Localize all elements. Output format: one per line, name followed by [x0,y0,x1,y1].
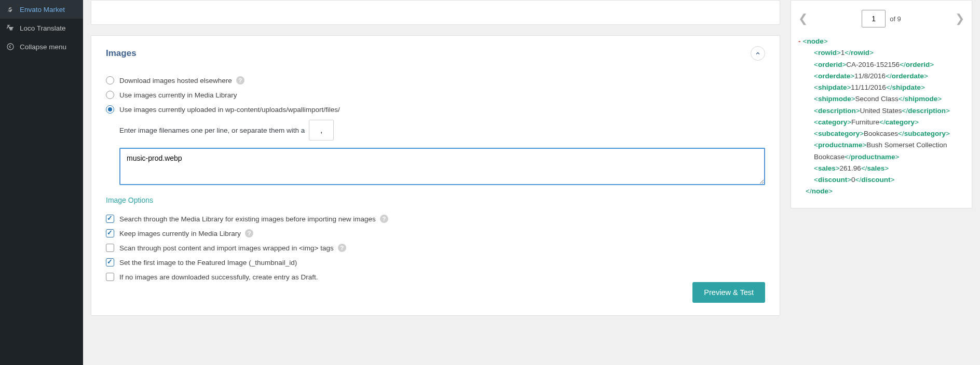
xml-field-row[interactable]: <shipdate>11/11/2016</shipdate> [798,82,967,93]
xml-preview-pane: ❮ of 9 ❯ -<node> <rowid>1</rowid><orderi… [791,0,972,208]
check-label: If no images are downloaded successfully… [119,273,318,281]
xml-field-row[interactable]: <shipmode>Second Class</shipmode> [798,93,967,105]
leaf-icon [5,4,16,15]
help-icon[interactable]: ? [380,215,388,223]
radio-label: Use images currently in Media Library [119,91,237,99]
collapse-icon [5,41,16,52]
radio-media-library[interactable] [106,91,114,99]
xml-field-row[interactable]: <rowid>1</rowid> [798,47,967,59]
xml-field-row[interactable]: <sales>261.96</sales> [798,163,967,174]
images-pane: Images Download images hosted elsewhere … [91,35,780,316]
check-draft-fallback[interactable] [106,273,114,281]
sidebar-item-loco[interactable]: Loco Translate [0,19,83,37]
xml-field-row[interactable]: <discount>0</discount> [798,174,967,186]
preview-test-button[interactable]: Preview & Test [692,282,765,303]
check-label: Keep images currently in Media Library [119,230,241,237]
sidebar-item-label: Envato Market [20,6,65,13]
image-options-link[interactable]: Image Options [106,196,765,204]
svg-point-0 [7,44,13,50]
help-icon[interactable]: ? [236,76,244,85]
xml-field-row[interactable]: <description>United States</description> [798,105,967,117]
record-pager: ❮ of 9 ❯ [796,7,967,36]
help-icon[interactable]: ? [245,229,253,237]
check-keep-media[interactable] [106,229,114,237]
section-title: Images [106,48,137,59]
previous-section-pane [91,0,780,25]
xml-field-row[interactable]: <category>Furniture</category> [798,117,967,128]
check-label: Search through the Media Library for exi… [119,215,376,223]
xml-field-row[interactable]: <subcategory>Bookcases</subcategory> [798,128,967,139]
check-scan-img-tags[interactable] [106,244,114,252]
check-label: Set the first image to the Featured Imag… [119,259,297,266]
sidebar-item-collapse[interactable]: Collapse menu [0,37,83,56]
pager-next-button[interactable]: ❯ [955,12,964,25]
check-search-media[interactable] [106,215,114,223]
pager-of-label: of 9 [890,15,901,23]
help-icon[interactable]: ? [338,244,346,252]
radio-uploads-folder[interactable] [106,105,114,114]
pager-prev-button[interactable]: ❮ [798,12,808,25]
admin-sidebar: Envato Market Loco Translate Collapse me… [0,0,83,365]
translate-icon [5,23,16,33]
separator-instruction: Enter image filenames one per line, or s… [119,127,305,134]
xml-field-row[interactable]: <productname>Bush Somerset Collection Bo… [798,139,967,163]
filenames-textarea[interactable] [119,148,765,185]
xml-field-row[interactable]: <orderid>CA-2016-152156</orderid> [798,59,967,71]
check-featured-image[interactable] [106,258,114,266]
collapse-section-button[interactable] [751,46,765,61]
radio-label: Download images hosted elsewhere [119,77,232,85]
check-label: Scan through post content and import ima… [119,244,334,252]
xml-field-row[interactable]: <orderdate>11/8/2016</orderdate> [798,71,967,82]
pager-page-input[interactable] [862,10,886,27]
xml-collapse-toggle[interactable]: - [798,37,801,45]
sidebar-item-label: Loco Translate [20,24,66,32]
radio-label: Use images currently uploaded in wp-cont… [119,106,340,114]
xml-tree: -<node> <rowid>1</rowid><orderid>CA-2016… [796,36,967,198]
sidebar-item-label: Collapse menu [20,43,66,51]
radio-download-images[interactable] [106,76,114,85]
sidebar-item-envato[interactable]: Envato Market [0,0,83,19]
separator-input[interactable] [309,120,334,141]
